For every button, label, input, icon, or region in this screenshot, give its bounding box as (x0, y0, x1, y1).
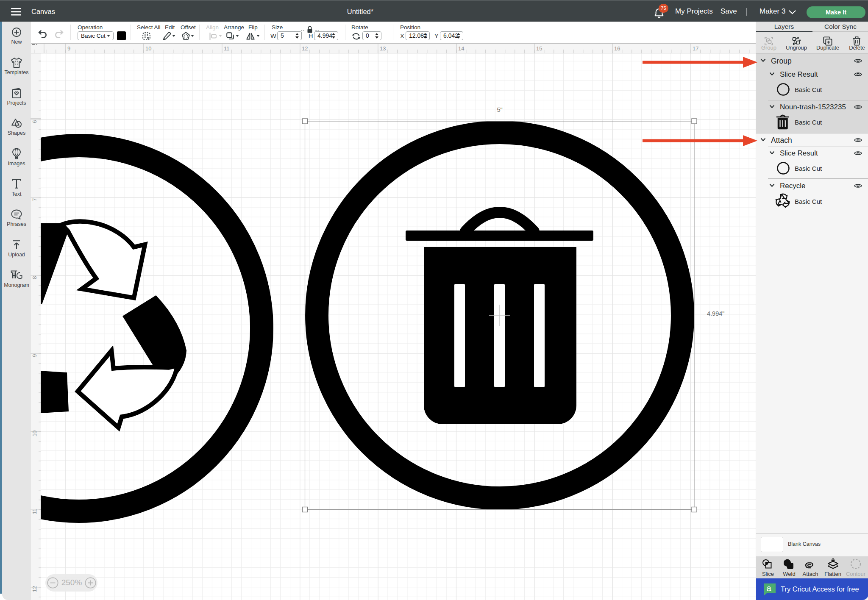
svg-text:a: a (766, 583, 771, 593)
